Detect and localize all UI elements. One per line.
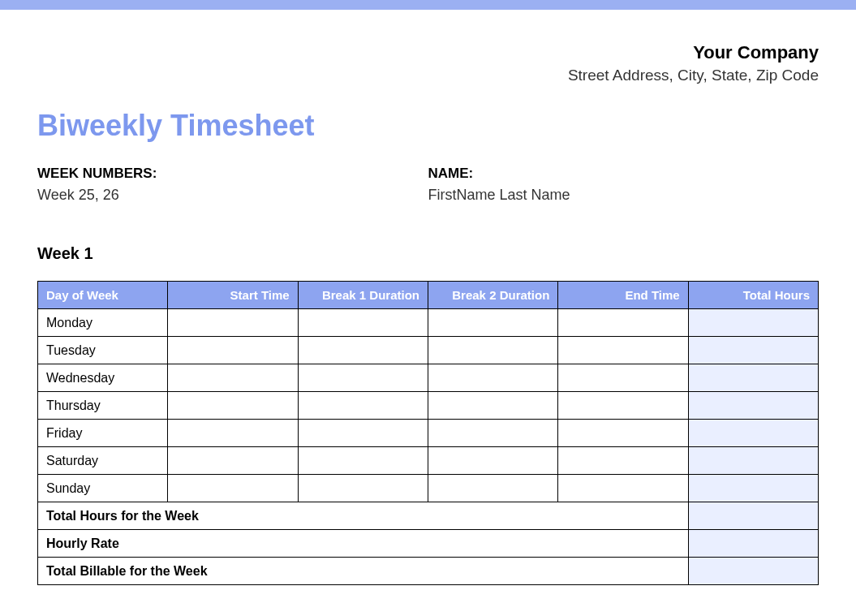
- table-row: Friday: [38, 420, 819, 447]
- page-title: Biweekly Timesheet: [37, 109, 819, 143]
- day-label: Tuesday: [38, 337, 168, 364]
- header-break1: Break 1 Duration: [298, 282, 428, 309]
- end-cell[interactable]: [558, 364, 688, 392]
- total-cell: [688, 420, 818, 447]
- break2-cell[interactable]: [428, 420, 557, 447]
- top-accent-bar: [0, 0, 856, 10]
- week-numbers-block: WEEK NUMBERS: Week 25, 26: [37, 166, 428, 204]
- table-header-row: Day of Week Start Time Break 1 Duration …: [38, 282, 819, 309]
- name-block: NAME: FirstName Last Name: [428, 166, 819, 204]
- hourly-rate-label: Hourly Rate: [38, 530, 689, 558]
- table-row: Monday: [38, 309, 819, 337]
- total-cell: [688, 364, 818, 392]
- day-label: Thursday: [38, 392, 168, 420]
- start-cell[interactable]: [168, 364, 298, 392]
- header-end: End Time: [558, 282, 688, 309]
- hourly-rate-value[interactable]: [688, 530, 818, 558]
- day-label: Wednesday: [38, 364, 168, 392]
- header-total: Total Hours: [688, 282, 818, 309]
- break2-cell[interactable]: [428, 337, 557, 364]
- break1-cell[interactable]: [298, 309, 428, 337]
- total-hours-label: Total Hours for the Week: [38, 502, 689, 530]
- total-cell: [688, 392, 818, 420]
- header-break2: Break 2 Duration: [428, 282, 557, 309]
- total-billable-label: Total Billable for the Week: [38, 558, 689, 585]
- break1-cell[interactable]: [298, 392, 428, 420]
- header-start: Start Time: [168, 282, 298, 309]
- start-cell[interactable]: [168, 475, 298, 502]
- table-row: Saturday: [38, 447, 819, 475]
- start-cell[interactable]: [168, 309, 298, 337]
- summary-hourly-rate-row: Hourly Rate: [38, 530, 819, 558]
- table-row: Wednesday: [38, 364, 819, 392]
- summary-total-billable-row: Total Billable for the Week: [38, 558, 819, 585]
- total-cell: [688, 475, 818, 502]
- break1-cell[interactable]: [298, 475, 428, 502]
- end-cell[interactable]: [558, 392, 688, 420]
- week-numbers-label: WEEK NUMBERS:: [37, 166, 428, 182]
- break1-cell[interactable]: [298, 447, 428, 475]
- table-row: Sunday: [38, 475, 819, 502]
- break2-cell[interactable]: [428, 309, 557, 337]
- total-billable-value: [688, 558, 818, 585]
- end-cell[interactable]: [558, 447, 688, 475]
- name-label: NAME:: [428, 166, 819, 182]
- total-cell: [688, 337, 818, 364]
- start-cell[interactable]: [168, 420, 298, 447]
- day-label: Sunday: [38, 475, 168, 502]
- header-day: Day of Week: [38, 282, 168, 309]
- company-header: Your Company Street Address, City, State…: [37, 42, 819, 84]
- company-name: Your Company: [37, 42, 819, 63]
- info-row: WEEK NUMBERS: Week 25, 26 NAME: FirstNam…: [37, 166, 819, 204]
- week-title: Week 1: [37, 244, 819, 263]
- total-cell: [688, 447, 818, 475]
- break2-cell[interactable]: [428, 392, 557, 420]
- break2-cell[interactable]: [428, 475, 557, 502]
- timesheet-table: Day of Week Start Time Break 1 Duration …: [37, 281, 819, 585]
- total-hours-value: [688, 502, 818, 530]
- summary-total-hours-row: Total Hours for the Week: [38, 502, 819, 530]
- table-row: Tuesday: [38, 337, 819, 364]
- week-numbers-value: Week 25, 26: [37, 187, 428, 204]
- day-label: Monday: [38, 309, 168, 337]
- document-container: Your Company Street Address, City, State…: [0, 10, 856, 616]
- break2-cell[interactable]: [428, 364, 557, 392]
- end-cell[interactable]: [558, 309, 688, 337]
- start-cell[interactable]: [168, 337, 298, 364]
- end-cell[interactable]: [558, 337, 688, 364]
- end-cell[interactable]: [558, 475, 688, 502]
- start-cell[interactable]: [168, 392, 298, 420]
- total-cell: [688, 309, 818, 337]
- day-label: Saturday: [38, 447, 168, 475]
- break1-cell[interactable]: [298, 364, 428, 392]
- break1-cell[interactable]: [298, 420, 428, 447]
- break2-cell[interactable]: [428, 447, 557, 475]
- break1-cell[interactable]: [298, 337, 428, 364]
- company-address: Street Address, City, State, Zip Code: [37, 67, 819, 84]
- start-cell[interactable]: [168, 447, 298, 475]
- name-value: FirstName Last Name: [428, 187, 819, 204]
- day-label: Friday: [38, 420, 168, 447]
- end-cell[interactable]: [558, 420, 688, 447]
- table-row: Thursday: [38, 392, 819, 420]
